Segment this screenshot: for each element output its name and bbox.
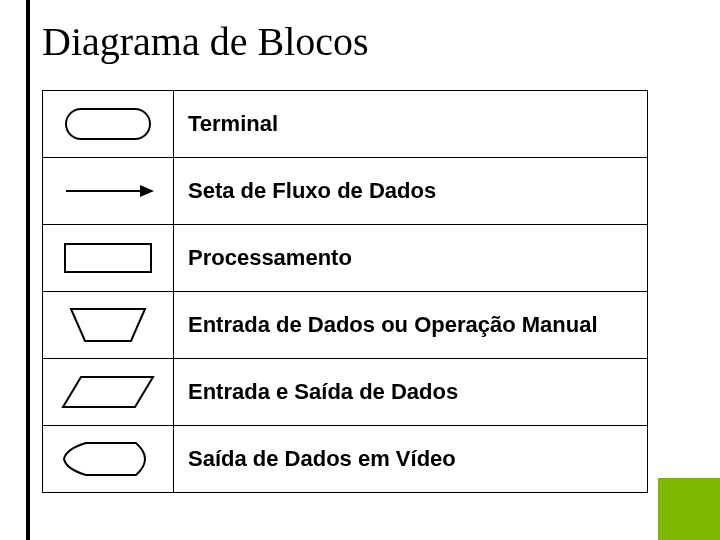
table-row: Saída de Dados em Vídeo <box>43 426 648 493</box>
terminal-shape-icon <box>43 104 173 144</box>
slide: Diagrama de Blocos Terminal <box>0 0 720 540</box>
display-shape-icon <box>43 437 173 481</box>
symbol-cell <box>43 426 174 493</box>
table-row: Entrada de Dados ou Operação Manual <box>43 292 648 359</box>
svg-rect-3 <box>65 244 151 272</box>
page-title: Diagrama de Blocos <box>42 18 369 65</box>
svg-rect-0 <box>66 109 150 139</box>
label-cell: Saída de Dados em Vídeo <box>174 426 648 493</box>
symbol-cell <box>43 91 174 158</box>
block-diagram-legend-table: Terminal Seta de Fluxo de Dados <box>42 90 648 493</box>
svg-marker-4 <box>71 309 145 341</box>
process-rectangle-icon <box>43 238 173 278</box>
symbol-cell <box>43 292 174 359</box>
symbol-cell <box>43 158 174 225</box>
table-row: Seta de Fluxo de Dados <box>43 158 648 225</box>
io-parallelogram-icon <box>43 371 173 413</box>
label-cell: Entrada de Dados ou Operação Manual <box>174 292 648 359</box>
symbol-cell <box>43 359 174 426</box>
table-row: Entrada e Saída de Dados <box>43 359 648 426</box>
table-row: Processamento <box>43 225 648 292</box>
svg-marker-2 <box>140 185 154 197</box>
label-cell: Seta de Fluxo de Dados <box>174 158 648 225</box>
manual-input-trapezoid-icon <box>43 303 173 347</box>
svg-marker-5 <box>63 377 153 407</box>
symbol-cell <box>43 225 174 292</box>
flow-arrow-icon <box>43 179 173 203</box>
label-cell: Entrada e Saída de Dados <box>174 359 648 426</box>
table-row: Terminal <box>43 91 648 158</box>
label-cell: Processamento <box>174 225 648 292</box>
corner-accent-square <box>658 478 720 540</box>
label-cell: Terminal <box>174 91 648 158</box>
left-accent-bar <box>26 0 30 540</box>
